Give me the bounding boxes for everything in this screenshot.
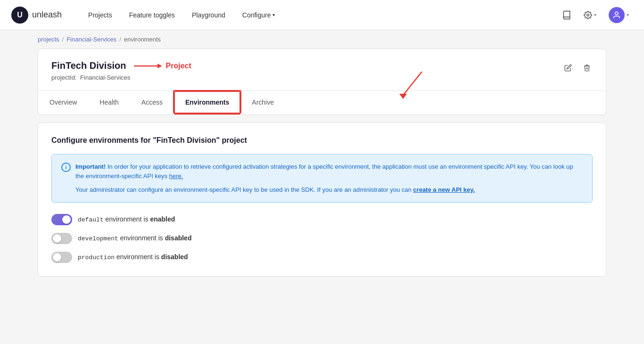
- info-box-row1: i Important! In order for your applicati…: [61, 162, 583, 180]
- env-label-development: development environment is disabled: [78, 234, 191, 242]
- brand-logo: U: [11, 7, 28, 24]
- toggle-knob-development: [53, 234, 61, 243]
- tab-health[interactable]: Health: [88, 91, 130, 115]
- project-card-actions: [561, 60, 594, 75]
- nav-playground[interactable]: Playground: [184, 8, 233, 23]
- gear-icon: [584, 11, 592, 19]
- annotation-arrow-icon: [134, 61, 162, 71]
- breadcrumb-separator-2: /: [119, 36, 121, 43]
- brand-logo-link[interactable]: U unleash: [11, 7, 62, 24]
- env-section-title: Configure environments for "FinTech Divi…: [51, 136, 593, 145]
- user-icon: [612, 11, 621, 19]
- avatar: [609, 7, 625, 23]
- project-id-label: projectId:: [51, 74, 76, 81]
- trash-icon: [583, 64, 591, 72]
- svg-point-0: [587, 14, 589, 16]
- env-label-production: production environment is disabled: [78, 253, 188, 261]
- breadcrumb-projects-link[interactable]: projects: [38, 36, 59, 43]
- info-icon: i: [61, 163, 71, 172]
- svg-point-1: [615, 12, 618, 15]
- project-card: FinTech Division Project projectId: Fina…: [38, 49, 606, 115]
- breadcrumb-current: environments: [124, 36, 161, 43]
- chevron-down-icon: ▾: [594, 12, 596, 17]
- svg-marker-3: [157, 64, 162, 68]
- chevron-down-icon: ▾: [272, 12, 275, 17]
- environment-list: default environment is enabled developme…: [51, 214, 593, 263]
- tab-access[interactable]: Access: [130, 91, 174, 115]
- here-link-1[interactable]: here.: [169, 172, 183, 180]
- tab-environments[interactable]: Environments: [174, 91, 240, 115]
- info-box: i Important! In order for your applicati…: [51, 154, 593, 203]
- env-item-production: production environment is disabled: [51, 252, 593, 263]
- chevron-down-icon: ▾: [627, 12, 629, 17]
- user-avatar-button[interactable]: ▾: [605, 5, 633, 25]
- env-toggle-development[interactable]: [51, 233, 72, 244]
- tab-archive[interactable]: Archive: [240, 91, 285, 115]
- nav-configure[interactable]: Configure ▾: [235, 8, 283, 23]
- env-label-default: default environment is enabled: [78, 215, 175, 223]
- nav-feature-toggles[interactable]: Feature toggles: [122, 8, 182, 23]
- page-content: FinTech Division Project projectId: Fina…: [0, 49, 644, 295]
- project-header: FinTech Division Project projectId: Fina…: [38, 49, 606, 81]
- env-toggle-default[interactable]: [51, 214, 72, 225]
- project-annotation: Project: [134, 61, 191, 71]
- create-api-key-link[interactable]: create a new API key.: [413, 186, 475, 193]
- project-id-row: projectId: Financial-Services: [51, 74, 593, 81]
- env-toggle-production[interactable]: [51, 252, 72, 263]
- project-title-row: FinTech Division Project: [51, 60, 593, 71]
- brand-name: unleash: [32, 10, 62, 20]
- info-box-row2: Your administrator can configure an envi…: [61, 185, 583, 195]
- annotation-label: Project: [166, 62, 191, 70]
- toggle-knob-production: [53, 253, 61, 262]
- nav-projects[interactable]: Projects: [81, 8, 120, 23]
- env-item-development: development environment is disabled: [51, 233, 593, 244]
- env-item-default: default environment is enabled: [51, 214, 593, 225]
- book-icon: [562, 10, 571, 20]
- settings-button[interactable]: ▾: [579, 8, 601, 22]
- navbar: U unleash Projects Feature toggles Playg…: [0, 0, 644, 30]
- breadcrumb-separator-1: /: [62, 36, 64, 43]
- delete-project-button[interactable]: [579, 60, 594, 75]
- environments-section: Configure environments for "FinTech Divi…: [38, 123, 606, 277]
- pencil-icon: [564, 64, 572, 72]
- nav-links: Projects Feature toggles Playground Conf…: [81, 8, 558, 23]
- project-title: FinTech Division: [51, 60, 126, 71]
- toggle-knob-default: [62, 215, 71, 224]
- breadcrumb: projects / Financial-Services / environm…: [0, 30, 644, 49]
- docs-icon-button[interactable]: [558, 7, 575, 24]
- info-box-text-1: Important! In order for your application…: [75, 162, 583, 180]
- tab-overview[interactable]: Overview: [38, 91, 88, 115]
- nav-actions: ▾ ▾: [558, 5, 633, 25]
- tabs-container: Overview Health Access Environments Arch…: [38, 90, 606, 115]
- edit-project-button[interactable]: [561, 60, 576, 75]
- breadcrumb-financial-services-link[interactable]: Financial-Services: [66, 36, 116, 43]
- project-id-value: Financial-Services: [80, 74, 130, 81]
